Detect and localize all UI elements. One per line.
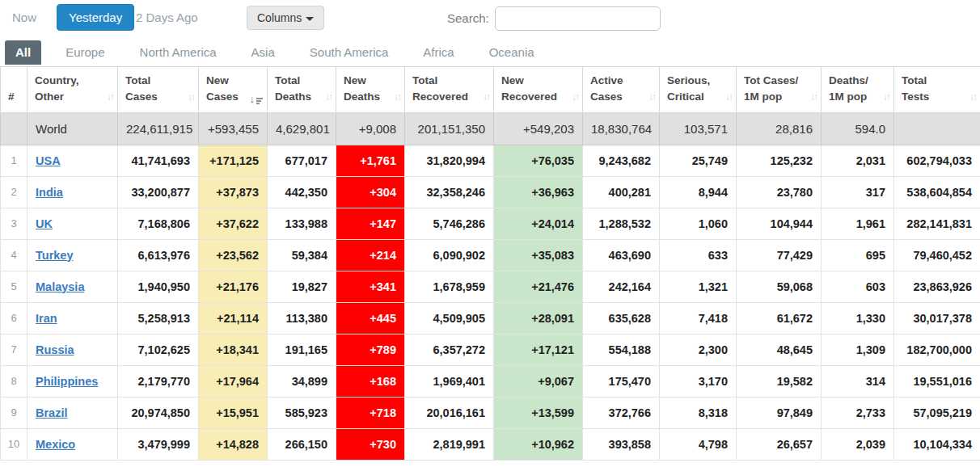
header-line2: Cases [125,89,184,105]
cell-total_recovered: 6,357,272 [405,334,494,365]
column-header-total_deaths[interactable]: TotalDeaths↓↑ [268,67,336,113]
country-link[interactable]: Russia [36,343,74,356]
cell-new_cases: +18,341 [199,334,268,365]
table-row-malaysia: 5Malaysia1,940,950+21,17619,827+3411,678… [1,271,980,302]
region-tabs: AllEuropeNorth AmericaAsiaSouth AmericaA… [0,40,980,65]
cell-active_cases: 463,690 [583,239,660,271]
cell-rank: 3 [1,208,27,239]
cell-total_deaths: 4,629,801 [268,112,336,145]
cell-total_cases: 224,611,915 [118,112,199,145]
region-tab-europe[interactable]: Europe [55,40,115,65]
header-line2: Recovered [501,89,568,105]
table-row-iran: 6Iran5,258,913+21,114113,380+4454,509,90… [1,302,980,334]
cell-deaths_1m: 2,039 [822,428,894,460]
cell-total_tests: 538,604,854 [894,176,980,208]
cell-tot_cases_1m: 28,816 [737,112,822,145]
search-label: Search: [447,11,489,25]
column-header-total_cases[interactable]: TotalCases↓↑ [118,67,199,113]
cell-tot_cases_1m: 26,657 [737,428,822,460]
region-tab-all[interactable]: All [5,40,41,65]
header-line2: Recovered [412,89,479,105]
cell-new_cases: +15,951 [199,397,268,428]
cell-tot_cases_1m: 104,944 [737,208,822,239]
sort-both-icon: ↓↑ [483,90,489,104]
time-tab-yesterday[interactable]: Yesterday [57,4,134,31]
region-tab-asia[interactable]: Asia [241,40,285,65]
cell-new_recovered: +76,035 [494,145,583,176]
column-header-new_deaths[interactable]: NewDeaths↓↑ [336,67,405,113]
table-row-uk: 3UK7,168,806+37,622133,988+1475,746,286+… [1,208,980,239]
cell-total_cases: 7,102,625 [118,334,199,365]
search-input[interactable] [495,6,661,31]
cell-rank: 6 [1,302,27,334]
table-row-usa: 1USA41,741,693+171,125677,017+1,76131,82… [1,145,980,176]
sort-both-icon: ↓↑ [394,90,400,104]
country-link[interactable]: India [36,186,63,199]
cell-total_recovered: 1,969,401 [405,365,494,397]
region-tab-africa[interactable]: Africa [412,40,464,65]
covid-statistics-table: #Country,Other↓↑TotalCases↓↑NewCases↓Tot… [0,66,980,461]
cell-rank: 1 [1,145,27,176]
column-header-new_cases[interactable]: NewCases↓ [199,67,268,113]
column-header-total_tests[interactable]: TotalTests↓↑ [894,67,980,113]
country-link[interactable]: Philippines [36,375,98,388]
column-header-active_cases[interactable]: ActiveCases↓↑ [583,67,660,113]
country-link[interactable]: Turkey [36,249,73,262]
cell-rank: 5 [1,271,27,302]
table-header-row: #Country,Other↓↑TotalCases↓↑NewCases↓Tot… [1,67,980,113]
country-link[interactable]: UK [36,217,53,230]
column-header-tot_cases_1m[interactable]: Tot Cases/1M pop↓↑ [737,67,822,113]
time-tab-2-days-ago[interactable]: 2 Days Ago [136,11,198,24]
cell-serious_critical: 3,170 [660,365,737,397]
country-link[interactable]: Brazil [36,406,68,419]
cell-active_cases: 242,164 [583,271,660,302]
table-row-russia: 7Russia7,102,625+18,341191,165+7896,357,… [1,334,980,365]
column-header-deaths_1m[interactable]: Deaths/1M pop↓↑ [822,67,894,113]
cell-active_cases: 554,188 [583,334,660,365]
sort-descending-icon: ↓ [250,95,264,104]
region-tab-south-america[interactable]: South America [299,40,399,65]
cell-total_deaths: 34,899 [268,365,336,397]
cell-active_cases: 1,288,532 [583,208,660,239]
column-header-rank[interactable]: # [1,67,27,113]
column-header-total_recovered[interactable]: TotalRecovered↓↑ [405,67,494,113]
columns-dropdown-button[interactable]: Columns [247,6,324,30]
cell-tot_cases_1m: 23,780 [737,176,822,208]
cell-tot_cases_1m: 59,068 [737,271,822,302]
sort-both-icon: ↓↑ [725,90,732,104]
column-header-new_recovered[interactable]: NewRecovered↓↑ [494,67,583,113]
cell-total_recovered: 20,016,161 [405,397,494,428]
cell-serious_critical: 2,300 [660,334,737,365]
cell-rank: 7 [1,334,27,365]
cell-country: Brazil [27,397,118,428]
country-link[interactable]: USA [36,154,61,167]
header-line2: Deaths [344,89,390,105]
cell-new_deaths: +304 [336,176,405,208]
cell-total_deaths: 585,923 [268,397,336,428]
region-tab-north-america[interactable]: North America [129,40,227,65]
sort-both-icon: ↓↑ [107,90,113,104]
time-tab-now[interactable]: Now [12,11,36,24]
cell-new_deaths: +147 [336,208,405,239]
columns-button-label: Columns [257,11,302,24]
header-line1: Active [590,73,644,89]
cell-deaths_1m: 1,309 [822,334,894,365]
country-link[interactable]: Iran [36,312,57,325]
region-tab-oceania[interactable]: Oceania [479,40,545,65]
column-header-country[interactable]: Country,Other↓↑ [27,67,118,113]
sort-both-icon: ↓↑ [648,90,655,104]
table-row-india: 2India33,200,877+37,873442,350+30432,358… [1,176,980,208]
cell-new_cases: +21,114 [199,302,268,334]
cell-deaths_1m: 1,961 [822,208,894,239]
cell-total_recovered: 1,678,959 [405,271,494,302]
cell-active_cases: 175,470 [583,365,660,397]
country-link[interactable]: Mexico [36,438,75,451]
column-header-serious_critical[interactable]: Serious,Critical↓↑ [660,67,737,113]
cell-country: USA [27,145,118,176]
cell-world-label: World [27,112,118,145]
cell-new_deaths: +168 [336,365,405,397]
cell-rank: 4 [1,239,27,271]
cell-total_recovered: 31,820,994 [405,145,494,176]
country-link[interactable]: Malaysia [36,280,84,293]
cell-serious_critical: 1,060 [660,208,737,239]
